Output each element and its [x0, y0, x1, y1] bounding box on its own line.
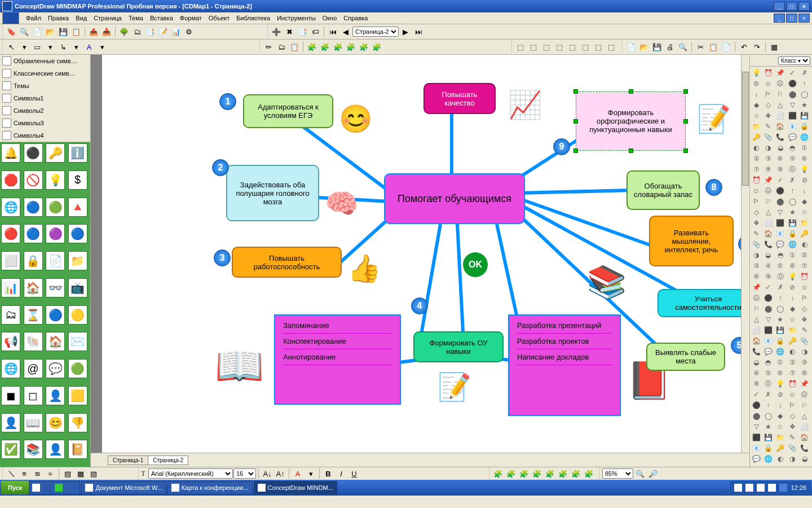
tb-renamepage-icon[interactable]: 🏷 — [309, 25, 321, 38]
mini-icon[interactable]: ◒ — [800, 454, 810, 464]
mini-icon[interactable]: ⏰ — [787, 379, 797, 389]
node-center[interactable]: Помогает обучающимся — [384, 173, 525, 224]
mini-icon[interactable]: ③ — [751, 261, 761, 271]
node-2[interactable]: Задействовать оба полушария головного мо… — [226, 165, 319, 221]
mini-icon[interactable]: 💬 — [763, 347, 773, 357]
lib-item-symbols4[interactable]: Символы4 — [0, 129, 90, 142]
tb2-align6-icon[interactable]: ⬚ — [579, 41, 592, 53]
bt-g8-icon[interactable]: 🧩 — [582, 467, 595, 480]
mini-icon[interactable]: 🏠 — [800, 432, 810, 443]
tool-connector-icon[interactable]: ↳ — [57, 41, 69, 53]
mini-icon[interactable]: ✗ — [775, 282, 785, 292]
bt-line4-icon[interactable]: ≈ — [44, 467, 56, 480]
mini-icon[interactable]: 📧 — [775, 229, 785, 239]
mini-icon[interactable]: ☆ — [787, 314, 797, 325]
mini-icon[interactable]: ⑤ — [787, 154, 797, 164]
mini-icon[interactable]: ☹ — [751, 293, 761, 303]
mini-icon[interactable]: ◒ — [775, 143, 785, 153]
mini-icon[interactable]: ⏰ — [800, 271, 810, 282]
mini-icon[interactable]: ★ — [800, 100, 810, 110]
menu-file[interactable]: Файл — [23, 14, 45, 23]
mini-icon[interactable]: ② — [775, 465, 785, 467]
mini-icon[interactable]: ★ — [787, 207, 797, 217]
mini-icon[interactable]: ◓ — [763, 357, 773, 367]
symbol-cell[interactable]: ⚫ — [24, 143, 43, 163]
menu-tools[interactable]: Инструменты — [273, 14, 319, 23]
tb-receive-icon[interactable]: 📥 — [100, 25, 113, 38]
tb2-grid-icon[interactable]: ▦ — [768, 41, 780, 53]
mini-icon[interactable]: 🏳 — [787, 400, 797, 410]
mini-icon[interactable]: ↑ — [775, 293, 785, 303]
mini-icon[interactable]: ⊘ — [775, 389, 785, 400]
symbol-cell[interactable]: 🟨 — [68, 386, 87, 405]
mini-icon[interactable]: ⑨ — [763, 271, 773, 282]
bt-fill3-icon[interactable]: ▧ — [87, 467, 100, 480]
mini-icon[interactable]: ③ — [800, 357, 810, 367]
mini-icon[interactable]: ◑ — [763, 143, 773, 153]
mini-icon[interactable]: 💾 — [775, 325, 785, 335]
mini-icon[interactable]: ⑧ — [751, 271, 761, 282]
zoom-out-icon[interactable]: 🔎 — [647, 467, 659, 480]
mini-icon[interactable]: ④ — [775, 154, 785, 164]
mini-icon[interactable]: 📎 — [751, 239, 761, 249]
mini-icon[interactable]: ② — [800, 250, 810, 260]
mini-icon[interactable]: ◐ — [800, 239, 810, 249]
symbol-cell[interactable]: ◻ — [24, 386, 43, 405]
tool-rect-icon[interactable]: ▭ — [31, 41, 43, 53]
mini-icon[interactable]: 🏠 — [751, 336, 761, 346]
mini-icon[interactable]: ▽ — [775, 207, 785, 217]
doc-maximize-button[interactable]: □ — [786, 14, 797, 23]
tb-copy-icon[interactable]: 📋 — [70, 25, 82, 38]
mini-icon[interactable]: ⑨ — [751, 379, 761, 389]
symbol-cell[interactable]: 👓 — [46, 278, 65, 297]
bt-g3-icon[interactable]: 🧩 — [518, 467, 530, 480]
tb2-align1-icon[interactable]: ⬚ — [514, 41, 527, 53]
tool-dropdown1-icon[interactable]: ▾ — [18, 41, 30, 53]
tb2-align8-icon[interactable]: ⬚ — [605, 41, 617, 53]
tb-first-icon[interactable]: ⏮ — [326, 25, 339, 38]
mini-icon[interactable]: ✓ — [763, 282, 773, 292]
symbol-cell[interactable]: 📚 — [24, 440, 43, 459]
mini-icon[interactable]: △ — [751, 314, 761, 325]
tb-export-icon[interactable]: 📊 — [170, 25, 182, 38]
mini-icon[interactable]: ◓ — [775, 250, 785, 260]
menu-insert[interactable]: Вставка — [147, 14, 176, 23]
node-1[interactable]: Адаптироваться к условиям ЕГЭ — [243, 94, 333, 128]
ql-icon-2[interactable] — [43, 484, 51, 492]
mini-icon[interactable]: 🔑 — [751, 132, 761, 142]
task-item-map[interactable]: Карта к конференции... — [167, 481, 253, 494]
tool-dropdown3-icon[interactable]: ▾ — [70, 41, 82, 53]
symbol-cell[interactable]: 🗂 — [1, 305, 20, 325]
mini-icon[interactable]: ⬤ — [787, 89, 797, 99]
symbol-cell[interactable]: 🏠 — [24, 278, 43, 297]
tray-icon-4[interactable] — [768, 484, 776, 492]
symbol-cell[interactable]: 🟢 — [46, 198, 65, 217]
mini-icon[interactable]: 📞 — [800, 443, 810, 453]
mini-icon[interactable]: 💡 — [800, 164, 810, 174]
symbol-cell[interactable]: 📢 — [1, 332, 20, 351]
mini-icon[interactable]: 💡 — [751, 68, 761, 78]
tb-outline-icon[interactable]: 📑 — [144, 25, 156, 38]
menu-theme[interactable]: Тема — [125, 14, 147, 23]
tb2-align2-icon[interactable]: ⬚ — [527, 41, 540, 53]
minimize-button[interactable]: _ — [774, 2, 785, 11]
mini-icon[interactable]: 💾 — [800, 111, 810, 121]
mini-icon[interactable]: 📧 — [763, 336, 773, 346]
vertical-scrollbar[interactable] — [741, 55, 749, 453]
mini-icon[interactable]: ⚫ — [763, 293, 773, 303]
menu-window[interactable]: Окно — [319, 14, 341, 23]
bt-font-dec-icon[interactable]: A↓ — [261, 467, 273, 480]
mini-icon[interactable]: 📌 — [751, 282, 761, 292]
mini-icon[interactable]: ⚐ — [751, 304, 761, 314]
tb2-c2-icon[interactable]: 📂 — [638, 41, 650, 53]
tb2-paste-icon[interactable]: 📄 — [720, 41, 732, 53]
tb-duppage-icon[interactable]: 📑 — [296, 25, 308, 38]
mini-icon[interactable]: ⬤ — [751, 411, 761, 421]
menu-page[interactable]: Страница — [90, 14, 125, 23]
symbol-cell[interactable]: 🔑 — [46, 143, 65, 163]
mini-icon[interactable]: ◆ — [775, 411, 785, 421]
node-3[interactable]: Повышать работоспособность — [232, 247, 342, 278]
mini-icon[interactable]: 📎 — [787, 443, 797, 453]
mini-icon[interactable]: ⓪ — [763, 379, 773, 389]
mini-icon[interactable]: ◓ — [751, 465, 761, 467]
